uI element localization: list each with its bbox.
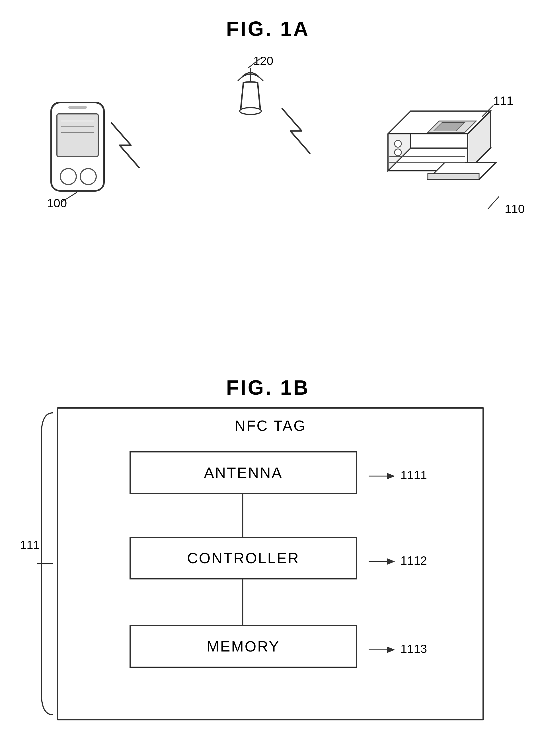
ref-1113: 1113 xyxy=(369,642,427,656)
arrow-110-svg xyxy=(483,195,506,212)
connector-antenna-controller xyxy=(242,494,243,537)
arrow-120-svg xyxy=(242,57,265,71)
svg-point-6 xyxy=(80,169,96,185)
fig1a-diagram: 100 12 xyxy=(0,49,536,327)
memory-box: MEMORY xyxy=(129,625,357,668)
ref-1111: 1111 xyxy=(369,468,427,482)
svg-marker-17 xyxy=(428,174,479,179)
antenna-label: ANTENNA xyxy=(204,464,283,481)
ref-1113-label: 1113 xyxy=(400,642,427,656)
fig1b-diagram: NFC TAG ANTENNA CONTROLLER MEMORY xyxy=(57,407,484,720)
ref-1112-label: 1112 xyxy=(400,554,427,567)
ref-1112: 1112 xyxy=(369,554,427,567)
arrow-1111-svg xyxy=(369,472,397,480)
mobile-device-svg xyxy=(46,100,111,202)
fig1b-section: FIG. 1B NFC TAG ANTENNA CONTROLLER xyxy=(0,370,536,746)
controller-label: CONTROLLER xyxy=(187,550,299,567)
printer-group: 111 110 xyxy=(371,91,508,212)
arrow-1113-svg xyxy=(369,645,397,654)
bracket-111-svg xyxy=(36,407,58,720)
svg-line-25 xyxy=(487,196,499,209)
svg-line-8 xyxy=(61,188,77,202)
controller-box: CONTROLLER xyxy=(129,537,357,579)
arrow-100-svg xyxy=(60,187,77,204)
lightning-left-svg xyxy=(108,120,228,171)
fig1b-title: FIG. 1B xyxy=(0,370,536,399)
arrow-1112-svg xyxy=(369,557,397,566)
ap-svg xyxy=(222,65,279,145)
svg-rect-1 xyxy=(57,114,98,156)
connector-controller-memory xyxy=(242,579,243,625)
svg-point-5 xyxy=(60,169,76,185)
svg-point-23 xyxy=(394,149,401,156)
nfc-tag-label: NFC TAG xyxy=(58,409,483,434)
page: FIG. 1A xyxy=(0,0,536,756)
fig1a-section: FIG. 1A xyxy=(0,12,536,339)
memory-label: MEMORY xyxy=(207,638,280,655)
label-110: 110 xyxy=(505,202,525,216)
arrow-111-svg xyxy=(478,104,500,118)
ref-1111-label: 1111 xyxy=(400,468,427,482)
antenna-box: ANTENNA xyxy=(129,451,357,494)
svg-line-11 xyxy=(248,58,260,68)
svg-point-22 xyxy=(394,140,401,147)
nfc-outer-box: NFC TAG ANTENNA CONTROLLER MEMORY xyxy=(57,407,484,720)
fig1a-title: FIG. 1A xyxy=(0,12,536,40)
access-point-group: 120 xyxy=(222,65,279,146)
mobile-device-group: 100 xyxy=(46,100,111,203)
svg-line-24 xyxy=(482,105,493,117)
svg-rect-7 xyxy=(68,106,87,109)
svg-point-10 xyxy=(240,108,261,115)
